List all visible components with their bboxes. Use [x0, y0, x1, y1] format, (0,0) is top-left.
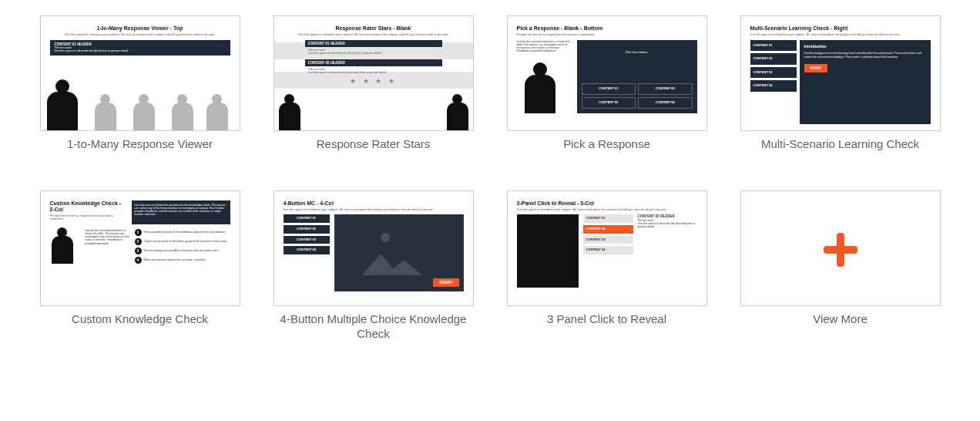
thumb-prompt: Prompt the learner to respond to the nar… [517, 33, 697, 37]
thumb-title: Pick a Response - Blank - Bottom [517, 25, 697, 32]
thumb-title: Multi-Scenario Learning Check - Right [750, 25, 931, 32]
response-buttons: CONTENT 01 CONTENT 02 CONTENT 03 CONTENT… [582, 83, 693, 108]
svg-rect-1 [824, 246, 858, 254]
template-gallery: 1-to-Many Response Viewer - Top Use this… [0, 0, 980, 364]
card-3-panel-click-to-reveal[interactable]: 3-Panel Click to Reveal - 3-Col Use this… [505, 190, 708, 342]
thumbnail: Custom Knowledge Check - 2-Col Prompt th… [40, 190, 240, 306]
thumb-subtitle: Use this space to introduce your subject… [284, 33, 464, 37]
content-btn-2: CONTENT 02 [638, 83, 693, 95]
thumb-subtitle: Use this space to introduce your subject… [284, 208, 464, 212]
thumb-subtitle: Use this space to introduce your subject… [517, 208, 697, 212]
thumbnail: 1-to-Many Response Viewer - Top Use this… [40, 15, 240, 131]
card-pick-a-response[interactable]: Pick a Response - Blank - Bottom Prompt … [505, 15, 708, 152]
content-desc: Use this space to describe the [first] i… [55, 49, 226, 52]
thumb-subtitle: Use this space to introduce your subject… [750, 33, 931, 37]
thumb-title: 1-to-Many Response Viewer - Top [50, 25, 230, 32]
submit-button: SUBMIT [433, 278, 458, 287]
start-button: START [804, 64, 828, 72]
plus-icon [819, 228, 862, 271]
thumbnail: 3-Panel Click to Reveal - 3-Col Use this… [507, 190, 707, 306]
card-multi-scenario-learning-check[interactable]: Multi-Scenario Learning Check - Right Us… [739, 15, 941, 152]
card-view-more[interactable]: View More [739, 190, 941, 342]
intro-body: Provide background on the learning check… [804, 52, 926, 58]
card-1-to-many-response-viewer[interactable]: 1-to-Many Response Viewer - Top Use this… [39, 15, 241, 152]
thumb-title: 4-Button MC - 4-Col [284, 200, 464, 207]
card-4-button-multiple-choice[interactable]: 4-Button MC - 4-Col Use this space to in… [272, 190, 475, 342]
card-caption: 1-to-Many Response Viewer [67, 137, 213, 152]
image-placeholder [517, 214, 579, 288]
thumb-title: 3-Panel Click to Reveal - 3-Col [517, 200, 697, 207]
thumbnail: Response Rater Stars - Blank Use this sp… [274, 15, 474, 131]
thumbnail: Pick a Response - Blank - Bottom Prompt … [507, 15, 707, 131]
thumbnail: Multi-Scenario Learning Check - Right Us… [740, 15, 941, 131]
answer-bullets: 1Enter possible answers in the textboxes… [135, 229, 230, 264]
thumb-subtitle: Use this space to introduce your subject… [50, 33, 230, 37]
thumb-prompt: Prompt the learner to respond to the nar… [50, 214, 127, 221]
question-box: Use this area to include the question fo… [132, 200, 230, 224]
thumb-title: Response Rater Stars - Blank [284, 25, 464, 32]
card-caption: Response Rater Stars [317, 137, 431, 152]
content-header-2: CONTENT 02 HEADER [305, 59, 442, 66]
content-header-1: CONTENT 01 HEADER [305, 40, 442, 47]
content-btn-1: CONTENT 01 [582, 83, 636, 95]
thumb-title: Custom Knowledge Check - 2-Col [50, 200, 127, 213]
thumbnail: 4-Button MC - 4-Col Use this space to in… [274, 190, 474, 306]
card-caption: Pick a Response [563, 137, 650, 152]
card-caption: 4-Button Multiple Choice Knowledge Check [272, 312, 475, 342]
card-caption: View More [813, 312, 868, 327]
card-caption: 3 Panel Click to Reveal [547, 312, 666, 327]
image-placeholder-icon: SUBMIT [334, 214, 464, 291]
card-caption: Multi-Scenario Learning Check [761, 137, 919, 152]
scenario-nav: CONTENT 01 CONTENT 02 CONTENT 03 CONTENT… [750, 40, 797, 124]
choice-buttons: CONTENT 01 CONTENT 02 CONTENT 03 CONTENT… [284, 214, 330, 291]
card-response-rater-stars[interactable]: Response Rater Stars - Blank Use this sp… [272, 15, 475, 152]
content-btn-3: CONTENT 03 [582, 97, 636, 109]
thumbnail [740, 190, 941, 306]
card-custom-knowledge-check[interactable]: Custom Knowledge Check - 2-Col Prompt th… [39, 190, 241, 342]
panel-tabs: CONTENT 01 CONTENT 02 CONTENT 03 CONTENT… [583, 214, 633, 288]
card-caption: Custom Knowledge Check [72, 312, 208, 327]
content-btn-4: CONTENT 04 [638, 97, 693, 109]
include-text: Include the scenario/statement to frame … [517, 40, 571, 53]
gallery-grid: 1-to-Many Response Viewer - Top Use this… [39, 15, 941, 341]
scenario-text: Include the scenario/statement to frame … [86, 229, 132, 264]
intro-header: Introduction [804, 45, 926, 49]
pick-label: Pick from below. [582, 51, 693, 55]
